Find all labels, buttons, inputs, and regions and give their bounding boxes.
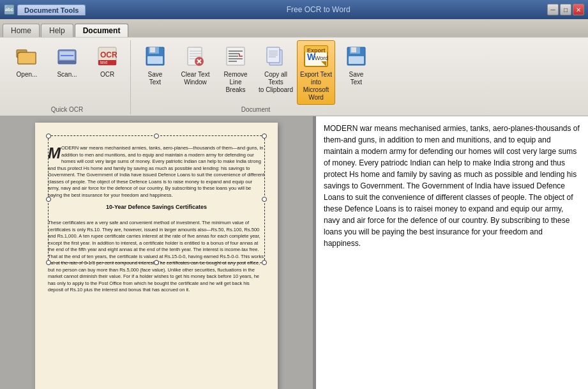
svg-rect-42 xyxy=(349,56,364,64)
title-bar: 🔤 Document Tools Free OCR to Word ─ □ ✕ xyxy=(0,0,588,19)
left-panel: MODERN war means mechanised armies, tank… xyxy=(0,116,313,389)
drop-cap: M xyxy=(48,147,61,159)
tab-bar: Home Help Document xyxy=(0,19,588,37)
export-word-icon: Export W Word xyxy=(303,43,329,69)
ribbon-group-quick-ocr: Open... Scan... xyxy=(4,40,131,114)
svg-rect-12 xyxy=(150,47,155,52)
close-button[interactable]: ✕ xyxy=(573,4,584,15)
document-page: MODERN war means mechanised armies, tank… xyxy=(35,123,278,389)
window-controls: ─ □ ✕ xyxy=(547,4,584,15)
ocr-button[interactable]: OCR text OCR xyxy=(88,40,126,85)
clear-text-icon xyxy=(183,43,208,69)
svg-text:OCR: OCR xyxy=(100,50,117,59)
quick-ocr-group-label: Quick OCR xyxy=(51,106,84,113)
open-icon xyxy=(14,43,40,69)
svg-text:Word: Word xyxy=(315,55,328,61)
save-text-label: SaveText xyxy=(148,71,163,86)
quick-ocr-buttons: Open... Scan... xyxy=(8,40,126,105)
remove-line-breaks-button[interactable]: Remove LineBreaks xyxy=(216,40,255,97)
export-word-label: Export Text intoMicrosoft Word xyxy=(299,71,333,102)
svg-rect-4 xyxy=(58,61,76,64)
open-button[interactable]: Open... xyxy=(8,40,46,85)
app-title: Free OCR to Word xyxy=(287,5,351,14)
svg-text:text: text xyxy=(100,60,107,65)
handle-tr[interactable] xyxy=(262,133,267,139)
doc-main-text: ODERN war means mechanised armies, tanks… xyxy=(48,145,264,198)
main-content: MODERN war means mechanised armies, tank… xyxy=(0,116,588,389)
scan-icon xyxy=(54,43,80,69)
save-text2-icon xyxy=(343,43,369,69)
scan-label: Scan... xyxy=(57,71,77,79)
svg-rect-41 xyxy=(351,47,356,52)
open-label: Open... xyxy=(17,71,38,79)
clear-text-label: Clear TextWindow xyxy=(181,71,210,86)
tab-help[interactable]: Help xyxy=(41,24,73,37)
document-buttons: SaveText xyxy=(136,40,375,105)
copy-all-button[interactable]: Copy all Textsto Clipboard xyxy=(257,40,295,97)
ocr-label: OCR xyxy=(100,71,114,79)
maximize-button[interactable]: □ xyxy=(560,4,571,15)
ribbon: Open... Scan... xyxy=(0,37,588,116)
title-bar-left: 🔤 Document Tools xyxy=(4,4,89,15)
document-group-label: Document xyxy=(241,106,271,113)
export-word-button[interactable]: Export W Word Export Text intoMicrosoft … xyxy=(297,40,335,105)
tab-document[interactable]: Document xyxy=(75,24,129,37)
extracted-text: MODERN war means mechanised armies, tank… xyxy=(324,123,580,249)
svg-rect-13 xyxy=(147,56,163,64)
right-panel[interactable]: MODERN war means mechanised armies, tank… xyxy=(315,116,588,389)
clear-text-button[interactable]: Clear TextWindow xyxy=(176,40,215,89)
tab-home[interactable]: Home xyxy=(3,24,40,37)
remove-line-breaks-label: Remove LineBreaks xyxy=(218,71,253,94)
app-icon: 🔤 xyxy=(4,4,15,15)
save-text-button[interactable]: SaveText xyxy=(136,40,174,89)
doc-body-text: These certificates are a very safe and c… xyxy=(48,220,265,294)
save-text2-label: SaveText xyxy=(349,71,364,86)
copy-all-label: Copy all Textsto Clipboard xyxy=(259,71,293,94)
scan-button[interactable]: Scan... xyxy=(48,40,86,85)
ribbon-group-document: SaveText xyxy=(132,40,379,114)
copy-all-icon xyxy=(263,43,289,69)
remove-line-breaks-icon xyxy=(223,43,248,69)
ribbon-container: Open... Scan... xyxy=(0,37,588,116)
save-text2-button[interactable]: SaveText xyxy=(337,40,375,89)
handle-tm[interactable] xyxy=(154,133,159,139)
doc-heading: 10-Year Defence Savings Certificates xyxy=(48,204,265,210)
handle-tl[interactable] xyxy=(46,133,51,139)
minimize-button[interactable]: ─ xyxy=(547,4,559,15)
doc-page-text: MODERN war means mechanised armies, tank… xyxy=(48,145,265,199)
doc-tools-label: Document Tools xyxy=(17,4,86,15)
save-text-icon xyxy=(142,43,168,69)
ocr-icon: OCR text xyxy=(94,43,120,69)
